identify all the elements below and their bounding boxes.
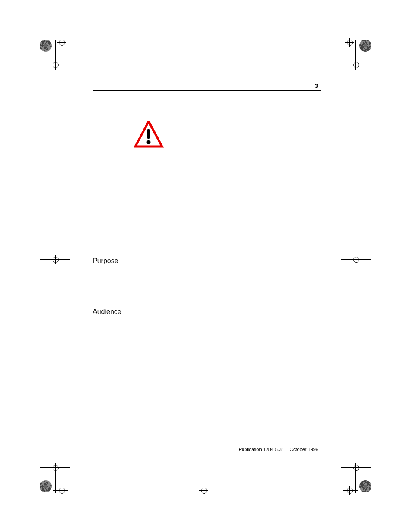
registration-mark bbox=[359, 40, 371, 52]
svg-point-2 bbox=[147, 140, 151, 144]
section-heading-audience: Audience bbox=[93, 308, 121, 316]
crop-line bbox=[341, 467, 371, 468]
crop-line bbox=[204, 478, 204, 500]
crop-line bbox=[40, 259, 70, 260]
crosshair-mark bbox=[345, 486, 354, 495]
header-rule bbox=[93, 90, 321, 91]
registration-mark bbox=[359, 480, 371, 492]
crop-line bbox=[40, 65, 70, 65]
section-heading-purpose: Purpose bbox=[93, 257, 118, 265]
crosshair-mark bbox=[345, 38, 354, 47]
svg-rect-1 bbox=[147, 129, 150, 139]
page-number: 3 bbox=[315, 83, 318, 89]
crop-line bbox=[341, 65, 371, 65]
crop-line bbox=[341, 259, 371, 260]
publication-footer: Publication 1784-5.31 – October 1999 bbox=[239, 447, 318, 452]
crosshair-mark bbox=[57, 486, 66, 495]
registration-mark bbox=[40, 40, 52, 52]
crosshair-mark bbox=[57, 38, 66, 47]
registration-mark bbox=[40, 480, 52, 492]
crop-line bbox=[40, 467, 70, 468]
warning-icon bbox=[134, 121, 164, 150]
